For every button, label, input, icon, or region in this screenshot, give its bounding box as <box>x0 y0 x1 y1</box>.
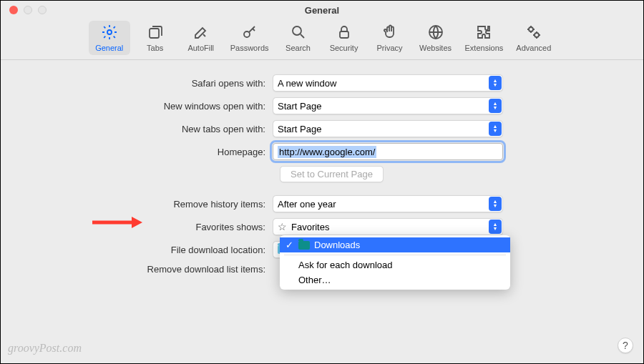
safari-opens-value: A new window <box>278 78 336 89</box>
new-tabs-label: New tabs open with: <box>44 124 273 134</box>
tab-security[interactable]: Security <box>323 21 365 55</box>
tab-label: Search <box>286 44 311 52</box>
homepage-field[interactable]: http://www.google.com/ <box>273 143 503 160</box>
new-windows-value: Start Page <box>278 101 321 112</box>
tab-label: Security <box>330 44 358 52</box>
autofill-icon <box>192 24 210 42</box>
set-current-page-button[interactable]: Set to Current Page <box>280 166 384 182</box>
favorites-popup[interactable]: ☆ Favorites ▲▼ <box>273 218 503 235</box>
dropdown-item-label: Ask for each download <box>298 260 393 270</box>
chevron-updown-icon: ▲▼ <box>489 220 502 234</box>
remove-history-value: After one year <box>278 199 336 210</box>
tab-label: Advanced <box>516 44 551 52</box>
svg-point-0 <box>107 30 112 34</box>
preferences-toolbar: General Tabs AutoFill Passwords Search <box>1 19 643 60</box>
tabs-icon <box>147 24 164 42</box>
tab-label: General <box>95 44 123 52</box>
chevron-updown-icon: ▲▼ <box>489 99 502 113</box>
lock-icon <box>336 24 353 42</box>
gears-icon <box>525 24 542 42</box>
svg-point-6 <box>529 27 533 31</box>
folder-icon <box>298 241 310 250</box>
help-button[interactable]: ? <box>618 338 633 353</box>
globe-icon <box>427 24 444 42</box>
tab-label: Websites <box>419 44 452 52</box>
chevron-updown-icon: ▲▼ <box>489 76 502 90</box>
svg-point-2 <box>244 31 250 37</box>
tab-privacy[interactable]: Privacy <box>369 21 411 55</box>
tab-search[interactable]: Search <box>278 21 319 55</box>
remove-downloads-label: Remove download list items: <box>44 264 273 275</box>
svg-marker-9 <box>132 217 142 228</box>
annotation-arrow <box>92 217 142 228</box>
new-tabs-value: Start Page <box>278 124 321 134</box>
remove-history-popup[interactable]: After one year ▲▼ <box>273 195 503 212</box>
tab-tabs[interactable]: Tabs <box>135 21 176 55</box>
tab-label: Passwords <box>230 44 269 52</box>
svg-rect-4 <box>340 31 348 38</box>
tab-label: Privacy <box>376 44 402 52</box>
remove-history-label: Remove history items: <box>44 199 273 210</box>
download-location-label: File download location: <box>44 245 273 255</box>
puzzle-icon <box>475 24 492 42</box>
menu-divider <box>284 255 506 255</box>
new-windows-popup[interactable]: Start Page ▲▼ <box>273 97 503 114</box>
chevron-updown-icon: ▲▼ <box>489 197 502 211</box>
safari-opens-popup[interactable]: A new window ▲▼ <box>273 74 503 92</box>
chevron-updown-icon: ▲▼ <box>489 122 502 136</box>
tab-label: Tabs <box>147 44 163 52</box>
new-windows-label: New windows open with: <box>44 101 273 112</box>
tab-advanced[interactable]: Advanced <box>512 21 555 55</box>
search-icon <box>290 24 307 42</box>
dropdown-item-other[interactable]: Other… <box>280 272 510 287</box>
dropdown-item-ask[interactable]: Ask for each download <box>280 257 510 272</box>
favorites-value: Favorites <box>291 222 329 232</box>
tab-general[interactable]: General <box>89 21 130 55</box>
hand-icon <box>381 24 399 42</box>
new-tabs-popup[interactable]: Start Page ▲▼ <box>273 120 503 137</box>
maximize-button[interactable] <box>38 6 47 14</box>
close-button[interactable] <box>9 6 18 14</box>
star-icon: ☆ <box>278 221 287 232</box>
svg-point-7 <box>535 33 539 37</box>
dropdown-item-downloads[interactable]: ✓ Downloads <box>280 237 510 252</box>
homepage-value: http://www.google.com/ <box>278 146 376 158</box>
svg-rect-1 <box>150 29 159 38</box>
tab-label: AutoFill <box>187 44 214 52</box>
dropdown-item-label: Other… <box>298 275 331 285</box>
minimize-button[interactable] <box>24 6 32 14</box>
tab-autofill[interactable]: AutoFill <box>180 21 222 55</box>
tab-label: Extensions <box>465 44 504 52</box>
checkmark-icon: ✓ <box>286 240 293 250</box>
tab-passwords[interactable]: Passwords <box>226 21 273 55</box>
gear-icon <box>101 24 118 42</box>
watermark: groovyPost.com <box>8 342 82 355</box>
key-icon <box>241 24 258 42</box>
titlebar: General <box>1 1 643 19</box>
favorites-label: Favorites shows: <box>44 222 273 232</box>
download-location-dropdown: ✓ Downloads Ask for each download Other… <box>280 235 510 290</box>
tab-extensions[interactable]: Extensions <box>461 21 508 55</box>
window-title: General <box>305 5 339 16</box>
tab-websites[interactable]: Websites <box>415 21 457 55</box>
dropdown-item-label: Downloads <box>314 240 360 250</box>
homepage-label: Homepage: <box>44 147 273 157</box>
svg-point-3 <box>293 26 301 35</box>
safari-opens-label: Safari opens with: <box>44 78 273 89</box>
